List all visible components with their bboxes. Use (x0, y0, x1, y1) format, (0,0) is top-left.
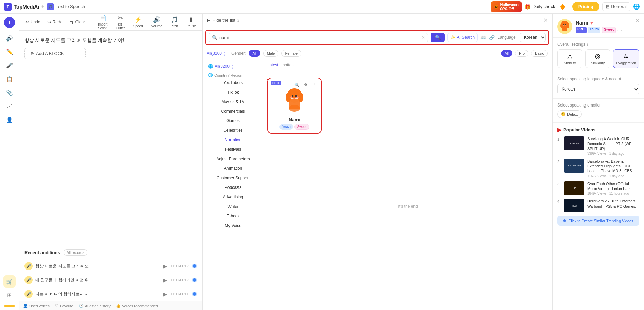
gender-female-button[interactable]: Female (281, 50, 301, 57)
gender-all-button[interactable]: All (249, 50, 260, 57)
category-advertising[interactable]: Advertising (203, 192, 264, 202)
undo-icon: ↩ (25, 19, 29, 25)
coin-icon: 🔶 (560, 4, 565, 10)
category-customer-support[interactable]: Customer Support (203, 173, 264, 183)
category-adjust-parameters[interactable]: Adjust Parameters (203, 154, 264, 164)
pause-button[interactable]: ⏸ Pause (184, 15, 199, 29)
gender-male-button[interactable]: Male (263, 50, 279, 57)
language-select[interactable]: Korean (520, 33, 546, 42)
hide-list-button[interactable]: ▶ Hide the list ℹ (207, 18, 239, 23)
add-block-button[interactable]: ⊕ Add A BLOCK (24, 48, 86, 59)
sidebar-item-shop[interactable]: 🛒 (3, 275, 16, 288)
close-right-panel-icon[interactable]: ✕ (635, 18, 640, 24)
volume-button[interactable]: 🔊 Volume (149, 15, 165, 29)
ai-search-button[interactable]: ✨ AI Search (447, 33, 478, 42)
category-animation[interactable]: Animation (203, 164, 264, 173)
import-script-button[interactable]: 📄 Import Script (95, 14, 110, 31)
tier-basic-button[interactable]: Basic (531, 50, 548, 57)
undo-button[interactable]: ↩ Undo (23, 18, 43, 26)
category-ebook[interactable]: E-book (203, 211, 264, 221)
heart-outline-icon: ♡ (55, 304, 58, 308)
video-item-4[interactable]: 4 HD2 Helldivers 2 - Truth Enforcers War… (557, 199, 639, 212)
category-commercials[interactable]: Commercials (203, 107, 264, 116)
editor-content[interactable]: 항상 새로운 지도를 그리며 모험을 계속할 거야! ⊕ Add A BLOCK (19, 31, 202, 246)
video-title-1: Surviving A Week in OUR Demonic School P… (587, 136, 639, 151)
tier-pro-button[interactable]: Pro (515, 50, 528, 57)
emotion-default-button[interactable]: 😊 Defa... (557, 110, 582, 118)
sidebar-item-user[interactable]: 👤 (3, 114, 16, 126)
search-input[interactable] (219, 35, 419, 40)
speed-button[interactable]: ⚡ Speed (131, 15, 146, 29)
voice-card-nami[interactable]: PRO 🔍 ⚙ ⋮ (267, 78, 322, 134)
used-voices-tab[interactable]: 👤 Used voices (23, 304, 50, 308)
all-records-button[interactable]: All records (64, 249, 87, 256)
recent-header: Recent auditions All records (19, 246, 202, 259)
sidebar-item-edit[interactable]: ✏️ (3, 46, 16, 58)
card-settings-icon[interactable]: ⚙ (302, 81, 309, 88)
video-item-2[interactable]: 2 EXTENDED Barcelona vs. Bayern: Extende… (557, 159, 639, 178)
card-search-icon[interactable]: 🔍 (293, 81, 301, 88)
category-festivals[interactable]: Festivals (203, 145, 264, 154)
globe-icon[interactable]: 🌐 (633, 3, 640, 10)
cat-all-label: All(3200+) (215, 64, 233, 69)
sort-latest-button[interactable]: latest (269, 63, 278, 67)
all-count-label[interactable]: All(3200+) (207, 51, 225, 56)
voices-recommended-tab[interactable]: 👍 Voices recommended (116, 304, 158, 308)
heart-icon[interactable]: ♥ (590, 20, 593, 26)
pause-icon: ⏸ (188, 16, 194, 23)
link-icon[interactable]: 🔗 (489, 35, 495, 40)
sidebar-item-history[interactable]: 📋 (3, 73, 16, 85)
general-button[interactable]: ⊞ General (602, 2, 630, 11)
sidebar-item-tts[interactable]: 🔊 (3, 32, 16, 44)
similarity-card[interactable]: ◎ Similarity (585, 49, 610, 68)
category-writer[interactable]: Writer (203, 202, 264, 211)
video-item-3[interactable]: 3 LP Over Each Other (Official Music Vid… (557, 181, 639, 196)
pitch-button[interactable]: 🎵 Pitch (168, 15, 181, 29)
play-icon-2[interactable]: ▶ (163, 277, 167, 283)
voice-grid-area: latest hottest P (264, 59, 552, 310)
sidebar-item-draw[interactable]: 🖊 (3, 100, 16, 112)
card-more-icon[interactable]: ⋮ (311, 81, 318, 88)
search-submit-button[interactable]: 🔍 (431, 33, 445, 42)
video-item-1[interactable]: 1 7 DAYS Surviving A Week in OUR Demonic… (557, 136, 639, 156)
category-youtubers[interactable]: YouTubers (203, 78, 264, 87)
info-icon-settings[interactable]: ℹ (587, 42, 588, 47)
sort-hottest-button[interactable]: hottest (283, 63, 295, 67)
voice-name: Nami (576, 20, 588, 26)
category-narration[interactable]: Narration (203, 135, 264, 145)
category-tiktok[interactable]: TikTok (203, 87, 264, 97)
sidebar-item-apps[interactable]: ⊞ (3, 289, 16, 301)
clear-button[interactable]: 🗑 Clear (67, 18, 87, 26)
play-icon-3[interactable]: ▶ (163, 291, 167, 297)
emotion-default-label: Defa... (567, 112, 578, 116)
more-icon[interactable]: ⋯ (617, 27, 623, 33)
category-games[interactable]: Games (203, 116, 264, 126)
halloween-banner[interactable]: 🎃 Halloween66% Off (491, 1, 522, 12)
category-celebrities[interactable]: Celebrities (203, 126, 264, 135)
clear-search-icon[interactable]: ✕ (421, 35, 425, 40)
exaggeration-card[interactable]: ≋ Exaggeration (613, 49, 639, 68)
create-similar-button[interactable]: ⊕ Click to Create Similar Trending Video… (557, 216, 639, 226)
sidebar-item-attach[interactable]: 📎 (3, 86, 16, 99)
category-movies-tv[interactable]: Movies & TV (203, 97, 264, 107)
category-my-voice[interactable]: My Voice (203, 221, 264, 230)
stability-label: Stability (564, 61, 576, 65)
category-podcasts[interactable]: Podcasts (203, 183, 264, 192)
stability-card[interactable]: △ Stability (557, 49, 582, 68)
daily-check-area[interactable]: 🎁 Daily check-i 🔶 (525, 4, 569, 10)
redo-button[interactable]: ↪ Redo (45, 18, 65, 26)
category-all[interactable]: 🌐 All(3200+) (203, 62, 264, 71)
sidebar-item-voice[interactable]: 🎤 (3, 59, 16, 71)
book-icon[interactable]: 📖 (480, 35, 486, 40)
play-icon-1[interactable]: ▶ (163, 263, 167, 270)
speak-emotion-section: Select speaking emotion 😊 Defa... (553, 99, 644, 123)
tier-all-button[interactable]: All (501, 50, 512, 57)
pricing-button[interactable]: Pricing (572, 2, 599, 11)
audition-history-tab[interactable]: 🕐 Audition history (79, 304, 111, 308)
text-cutter-button[interactable]: ✂ Text Cutter (113, 14, 128, 31)
redo-icon: ↪ (47, 19, 51, 25)
close-panel-icon[interactable]: ✕ (543, 17, 548, 23)
favorite-tab[interactable]: ♡ Favorite (55, 304, 73, 308)
general-label: General (611, 4, 627, 9)
speak-lang-select[interactable]: Korean (557, 84, 639, 94)
